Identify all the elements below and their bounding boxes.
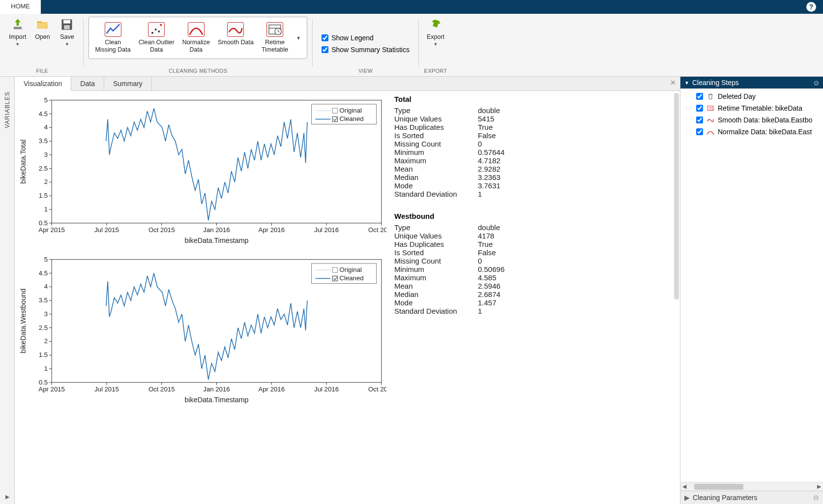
smooth-icon [706,116,715,124]
cleaning-steps-header[interactable]: ▼ Cleaning Steps ⊙ [680,77,823,89]
svg-text:Jul 2015: Jul 2015 [94,226,119,234]
svg-text:2.5: 2.5 [39,324,48,331]
step-checkbox[interactable] [696,128,703,135]
stat-value: 2.6874 [478,290,500,298]
stat-row: Minimum0.57644 [394,148,676,156]
cleaning-parameters-title: Cleaning Parameters [693,494,758,502]
step-label: Deleted Day [718,92,756,100]
cleaning-parameters-header[interactable]: ▶ Cleaning Parameters ⊙ [680,491,823,504]
stat-row: Mode1.457 [394,298,676,307]
cleaning-gallery-expand[interactable]: ▼ [292,35,305,41]
svg-text:Apr 2016: Apr 2016 [258,226,285,234]
stat-title: Total [394,95,676,103]
ribbon: Import▼ Open Save▼ FILE CleanMissing Dat… [0,14,823,77]
tab-data[interactable]: Data [71,77,104,90]
tab-visualization[interactable]: Visualization [15,77,71,91]
tab-home[interactable]: HOME [0,0,41,14]
svg-text:Jul 2016: Jul 2016 [314,226,339,234]
import-button[interactable]: Import▼ [5,16,30,49]
stat-key: Mode [394,298,478,307]
ribbon-group-file: Import▼ Open Save▼ FILE [3,16,81,76]
stat-row: Maximum4.585 [394,273,676,282]
svg-text:Oct 2016: Oct 2016 [368,385,386,393]
step-checkbox[interactable] [696,117,703,123]
stat-row: Mean2.9282 [394,165,676,173]
svg-rect-0 [14,27,22,30]
retime-icon [266,22,283,37]
stat-value: 1.457 [478,298,497,307]
variables-rail[interactable]: VARIABLES ▶ [0,77,15,504]
tabs: Visualization Data Summary ✕ [15,77,680,91]
ribbon-view-label: VIEW [358,66,373,76]
show-legend-checkbox[interactable]: Show Legend [322,34,374,42]
stat-row: Median2.6874 [394,290,676,298]
svg-point-6 [158,30,160,32]
clean-missing-button[interactable]: CleanMissing Data [91,20,134,56]
clean-outlier-button[interactable]: Clean OutlierData [135,20,178,56]
gear-icon[interactable]: ⊙ [814,79,819,87]
cleaning-steps-list: ⋮⋮Deleted Day⋮⋮Retime Timetable: bikeDat… [680,89,823,482]
variables-label: VARIABLES [4,91,11,128]
svg-text:4: 4 [44,283,48,290]
drag-grip-icon[interactable]: ⋮⋮ [683,105,693,112]
export-button[interactable]: Export▼ [423,16,448,49]
scrollbar[interactable] [674,93,679,299]
stat-key: Maximum [394,156,478,165]
smooth-button[interactable]: Smooth Data [214,20,258,48]
svg-text:5: 5 [44,96,48,104]
svg-text:bikeData.Timestamp: bikeData.Timestamp [185,396,249,404]
svg-text:Cleaned: Cleaned [339,115,363,122]
ribbon-file-label: FILE [36,66,48,76]
stat-key: Median [394,290,478,298]
stat-key: Unique Values [394,232,478,240]
step-label: Smooth Data: bikeData.Eastbo [718,116,812,124]
svg-text:1: 1 [44,365,48,372]
cleaning-step[interactable]: ⋮⋮Normalize Data: bikeData.East [681,126,822,138]
titlebar: HOME ? [0,0,823,14]
chart: 0.511.522.533.544.55Apr 2015Jul 2015Oct … [17,94,386,246]
svg-text:Oct 2016: Oct 2016 [368,226,386,234]
retime-button[interactable]: RetimeTimetable [258,20,292,56]
cleaning-methods-gallery: CleanMissing Data Clean OutlierData Norm… [88,17,307,59]
center-panel: Visualization Data Summary ✕ 0.511.522.5… [15,77,680,504]
svg-text:4.5: 4.5 [39,110,48,118]
stat-key: Type [394,223,478,232]
stat-value: 0 [478,257,482,265]
svg-text:bikeData.Timestamp: bikeData.Timestamp [185,237,249,244]
open-button[interactable]: Open [30,16,55,43]
ribbon-cleaning-label: CLEANING METHODS [169,66,227,76]
normalize-button[interactable]: NormalizeData [178,20,214,56]
drag-grip-icon[interactable]: ⋮⋮ [683,129,693,135]
smooth-icon [227,22,244,37]
export-icon [429,18,442,31]
expand-rail-icon[interactable]: ▶ [5,494,9,500]
stat-row: Median3.2363 [394,173,676,181]
step-checkbox[interactable] [696,105,703,112]
close-panel-icon[interactable]: ✕ [666,77,680,90]
trash-icon [706,92,715,101]
tab-summary[interactable]: Summary [104,77,152,90]
drag-grip-icon[interactable]: ⋮⋮ [683,117,693,123]
stat-row: Mode3.7631 [394,181,676,190]
stat-row: Has DuplicatesTrue [394,123,676,131]
svg-text:Jul 2016: Jul 2016 [314,385,339,393]
cleaning-step[interactable]: ⋮⋮Retime Timetable: bikeData [681,102,822,114]
horizontal-scrollbar[interactable]: ◀▶ [680,482,823,491]
right-panel: ▼ Cleaning Steps ⊙ ⋮⋮Deleted Day⋮⋮Retime… [680,77,823,504]
svg-text:3: 3 [44,310,48,318]
stat-key: Has Duplicates [394,240,478,248]
stat-key: Minimum [394,148,478,156]
gear-icon[interactable]: ⊙ [813,494,819,502]
help-button[interactable]: ? [801,0,821,14]
step-checkbox[interactable] [696,93,703,100]
show-summary-checkbox[interactable]: Show Summary Statistics [322,46,410,54]
stat-row: Is SortedFalse [394,131,676,140]
stat-row: Unique Values5415 [394,115,676,123]
save-button[interactable]: Save▼ [55,16,79,49]
drag-grip-icon[interactable]: ⋮⋮ [683,93,693,100]
stat-key: Mean [394,165,478,173]
stat-value: 1 [478,190,482,198]
cleaning-step[interactable]: ⋮⋮Smooth Data: bikeData.Eastbo [681,114,822,126]
stat-key: Median [394,173,478,181]
cleaning-step[interactable]: ⋮⋮Deleted Day [681,90,822,102]
